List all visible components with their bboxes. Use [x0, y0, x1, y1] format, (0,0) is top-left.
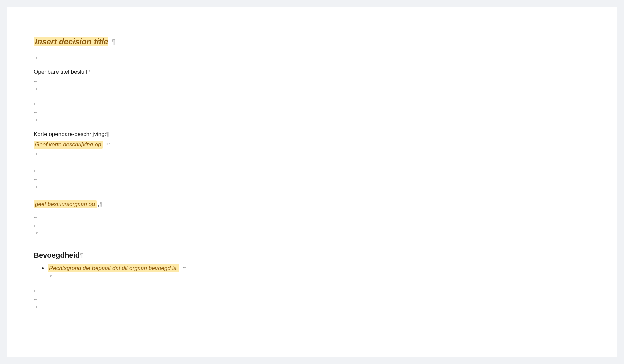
return-wrap [106, 141, 111, 148]
short-description-placeholder[interactable]: Geef korte beschrijving op [34, 141, 103, 149]
return-icon [34, 215, 38, 220]
pilcrow-icon: ¶ [112, 38, 115, 46]
empty-paragraph[interactable]: ¶ [34, 151, 590, 160]
description-block[interactable]: Geef korte beschrijving op ¶ [34, 140, 590, 161]
label-segment: beschrijving: [74, 131, 106, 137]
empty-paragraph[interactable]: ¶ [34, 184, 590, 193]
return-icon [34, 224, 38, 228]
governing-body-placeholder[interactable]: geef bestuursorgaan op [34, 200, 97, 208]
return-icon [34, 297, 38, 302]
pilcrow-icon: ¶ [36, 152, 39, 158]
line-break[interactable] [34, 213, 590, 222]
description-line[interactable]: Geef korte beschrijving op [34, 140, 590, 150]
pilcrow-icon: ¶ [36, 305, 39, 311]
pilcrow-icon: ¶ [36, 232, 39, 238]
pilcrow-icon: ¶ [89, 69, 92, 75]
label-segment: Openbare [34, 69, 59, 75]
return-icon [106, 142, 111, 146]
empty-paragraph[interactable]: ¶ [34, 304, 590, 313]
return-icon [183, 265, 187, 270]
return-icon [34, 102, 38, 106]
authority-item-placeholder[interactable]: Rechtsgrond die bepaalt dat dit orgaan b… [48, 264, 179, 272]
line-break[interactable] [34, 100, 590, 108]
line-break[interactable] [34, 108, 590, 117]
label-segment: Korte [34, 131, 47, 137]
empty-paragraph[interactable]: ¶ [34, 273, 590, 282]
authority-list[interactable]: Rechtsgrond die bepaalt dat dit orgaan b… [34, 264, 590, 273]
return-wrap [183, 265, 187, 272]
return-icon [34, 110, 38, 115]
pilcrow-icon: ¶ [36, 185, 39, 191]
empty-paragraph[interactable]: ¶ [34, 86, 590, 95]
pilcrow-icon: ¶ [50, 275, 53, 281]
label-segment: besluit: [71, 69, 89, 75]
pilcrow-icon: ¶ [99, 201, 102, 207]
empty-paragraph[interactable]: ¶ [34, 230, 590, 239]
pilcrow-icon: ¶ [36, 87, 39, 94]
line-break[interactable] [34, 77, 590, 86]
public-title-label[interactable]: Openbare·titel·besluit:¶ [34, 69, 590, 75]
empty-paragraph[interactable]: ¶ [34, 55, 590, 63]
line-break[interactable] [34, 222, 590, 230]
return-icon [34, 169, 38, 173]
label-segment: openbare [49, 131, 73, 137]
pilcrow-icon: ¶ [80, 252, 83, 259]
return-icon [34, 177, 38, 182]
document-editor[interactable]: Insert decision title ¶ ¶ Openbare·titel… [7, 7, 617, 357]
line-break[interactable] [34, 287, 590, 295]
line-break[interactable] [34, 167, 590, 175]
governing-body-line[interactable]: geef bestuursorgaan op ,¶ [34, 199, 590, 209]
return-icon [34, 79, 38, 84]
heading-text: Bevoegdheid [34, 251, 80, 259]
authority-heading[interactable]: Bevoegdheid¶ [34, 251, 590, 260]
pilcrow-icon: ¶ [106, 131, 109, 137]
short-description-label[interactable]: Korte·openbare·beschrijving:¶ [34, 131, 590, 138]
line-break[interactable] [34, 175, 590, 184]
title-row[interactable]: Insert decision title ¶ [34, 37, 590, 48]
return-icon [34, 289, 38, 293]
pilcrow-icon: ¶ [36, 56, 39, 62]
pilcrow-icon: ¶ [36, 118, 39, 124]
empty-paragraph[interactable]: ¶ [34, 117, 590, 126]
list-item[interactable]: Rechtsgrond die bepaalt dat dit orgaan b… [48, 264, 590, 273]
line-break[interactable] [34, 295, 590, 304]
title-placeholder[interactable]: Insert decision title [34, 37, 108, 46]
label-segment: titel [60, 69, 69, 75]
